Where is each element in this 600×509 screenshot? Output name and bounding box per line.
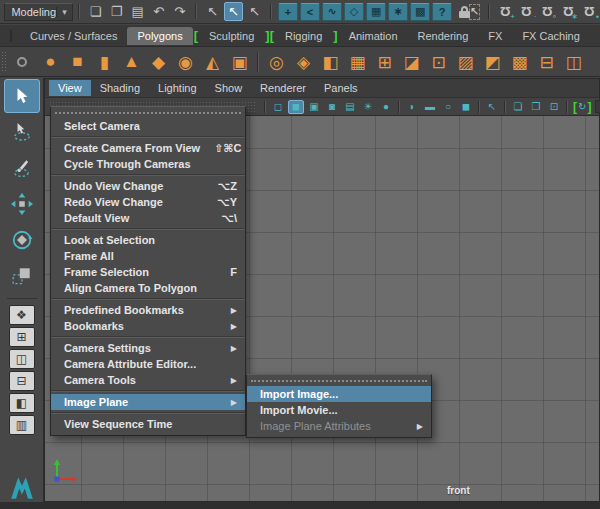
panel-menu-show[interactable]: Show <box>206 80 252 96</box>
tab-fx[interactable]: FX <box>478 27 512 45</box>
menu-item-camera-attribute-editor[interactable]: Camera Attribute Editor... ▶ <box>51 356 245 372</box>
move-tool-status-icon[interactable]: + <box>278 3 298 21</box>
extrude-icon[interactable]: ◩ <box>479 50 506 74</box>
lock-icon[interactable] <box>459 6 460 18</box>
menu-item-default-view[interactable]: Default View ⌥\ ▶ <box>51 210 245 226</box>
symmetry-icon[interactable]: ◇ <box>344 3 364 21</box>
tab-curves-surfaces[interactable]: Curves / Surfaces <box>20 27 127 45</box>
snap-to-grid-icon[interactable]: Ω + <box>496 3 515 21</box>
shelf-grip[interactable] <box>1 51 8 73</box>
select-by-hierarchy-icon[interactable]: ↖ <box>203 2 222 21</box>
menu-item-undo-view-change[interactable]: Undo View Change ⌥Z ▶ <box>51 178 245 194</box>
polygon-plane-icon[interactable]: ◆ <box>145 50 172 74</box>
menu-item-image-plane[interactable]: Image Plane ▶ <box>51 394 245 410</box>
menu-item-align-camera-to-polygon[interactable]: Align Camera To Polygon ▶ <box>51 280 245 296</box>
menu-tearoff-handle[interactable] <box>251 380 427 382</box>
polygon-cone-icon[interactable]: ▲ <box>118 50 145 74</box>
menu-item-look-at-selection[interactable]: Look at Selection ▶ <box>51 232 245 248</box>
tab-rendering[interactable]: Rendering <box>408 27 479 45</box>
menu-separator[interactable]: ▶ <box>51 136 245 138</box>
wireframe-mode-icon[interactable]: ◻ <box>270 100 286 114</box>
backface-culling-icon[interactable]: ○ <box>440 100 456 114</box>
refresh-icon[interactable]: ↻ <box>578 101 586 112</box>
lighting-mode-icon[interactable]: ◙ <box>324 100 340 114</box>
select-by-object-icon[interactable]: ↖ <box>224 2 243 21</box>
shaded-mode-icon[interactable]: ◼ <box>288 100 304 114</box>
panel-cursor-icon[interactable]: ↖ <box>484 100 500 114</box>
menu-item-import-image[interactable]: Import Image... ▶ <box>247 386 431 402</box>
mirror-icon[interactable]: ◧ <box>317 50 344 74</box>
menu-item-cycle-through-cameras[interactable]: Cycle Through Cameras ▶ <box>51 156 245 172</box>
snap-to-curve-icon[interactable]: Ω ∙ <box>517 3 536 21</box>
polygon-cylinder-icon[interactable]: ▮ <box>91 50 118 74</box>
menu-item-view-sequence-time[interactable]: View Sequence Time ▶ <box>51 416 245 432</box>
menu-item-create-camera-from-view[interactable]: Create Camera From View ⇧⌘C ▶ <box>51 140 245 156</box>
menu-item-select-camera[interactable]: Select Camera ▶ <box>51 118 245 134</box>
tab-rigging[interactable]: Rigging <box>275 27 332 45</box>
bridge-icon[interactable]: ▩ <box>506 50 533 74</box>
snap-to-view-plane-icon[interactable]: Ω ▪ <box>580 3 599 21</box>
snap-to-point-icon[interactable]: Ω ∘ <box>538 3 557 21</box>
menu-separator[interactable]: ▶ <box>51 412 245 414</box>
multi-cut-icon[interactable]: ⊡ <box>425 50 452 74</box>
help-icon[interactable]: ? <box>432 3 452 21</box>
default-lighting-icon[interactable]: ☀ <box>360 100 376 114</box>
bracket[interactable]: ][ <box>264 25 275 46</box>
shelf-menu-icon[interactable] <box>10 30 12 42</box>
paint-select-tool[interactable] <box>4 151 40 185</box>
combine-icon[interactable]: ◎ <box>263 50 290 74</box>
make-live-icon[interactable]: ∿ <box>322 3 342 21</box>
panel-layout-c-icon[interactable]: ⊡ <box>546 100 562 114</box>
shelf-options-icon[interactable] <box>17 57 27 67</box>
toolbar-separator[interactable] <box>504 101 506 113</box>
menu-item-redo-view-change[interactable]: Redo View Change ⌥Y ▶ <box>51 194 245 210</box>
smooth-icon[interactable]: ▦ <box>344 50 371 74</box>
snap-to-projected-center-icon[interactable]: Ω ∗ <box>559 3 578 21</box>
subdivide-icon[interactable]: ⊞ <box>371 50 398 74</box>
menu-item-frame-selection[interactable]: Frame Selection F ▶ <box>51 264 245 280</box>
tab-fx-caching[interactable]: FX Caching <box>512 27 589 45</box>
polygon-sphere-icon[interactable]: ● <box>37 50 64 74</box>
tab-animation[interactable]: Animation <box>339 27 408 45</box>
menu-item-bookmarks[interactable]: Bookmarks ▶ <box>51 318 245 334</box>
highlight-selection-icon[interactable]: ↖ <box>469 4 480 20</box>
menu-item-predefined-bookmarks[interactable]: Predefined Bookmarks ▶ <box>51 302 245 318</box>
shelf-separator[interactable] <box>257 52 259 72</box>
edge-flow-icon[interactable]: ⊟ <box>533 50 560 74</box>
undo-icon[interactable]: ↶ <box>149 2 168 21</box>
tab-sculpting[interactable]: Sculpting <box>199 27 264 45</box>
menu-tearoff-handle[interactable] <box>55 112 241 114</box>
polygon-cube-icon[interactable]: ■ <box>64 50 91 74</box>
lasso-tool[interactable] <box>4 115 40 149</box>
bevel-icon[interactable]: ▨ <box>452 50 479 74</box>
panel-menu-shading[interactable]: Shading <box>91 80 149 96</box>
frame-rate-field[interactable]: 0.00 <box>595 100 600 113</box>
panel-menu-renderer[interactable]: Renderer <box>251 80 315 96</box>
panel-layout-b-icon[interactable]: ❐ <box>528 100 544 114</box>
select-by-component-icon[interactable]: ↖ <box>245 2 264 21</box>
scale-tool[interactable] <box>4 259 40 293</box>
menu-item-image-plane-attributes[interactable]: Image Plane Attributes ▶ <box>247 418 431 434</box>
menu-item-camera-settings[interactable]: Camera Settings ▶ <box>51 340 245 356</box>
insert-edge-loop-icon[interactable]: ◫ <box>560 50 587 74</box>
move-tool[interactable] <box>4 187 40 221</box>
toolbar-separator[interactable] <box>566 101 568 113</box>
rotate-tool[interactable] <box>4 223 40 257</box>
render-settings-icon[interactable]: ▩ <box>410 3 430 21</box>
menu-separator[interactable]: ▶ <box>51 298 245 300</box>
toolbar-separator[interactable] <box>478 101 480 113</box>
panel-menu-lighting[interactable]: Lighting <box>149 80 206 96</box>
toolbar-separator[interactable] <box>398 101 400 113</box>
panel-layout-a-icon[interactable]: ❏ <box>510 100 526 114</box>
render-view-icon[interactable]: ▦ <box>366 3 386 21</box>
menu-separator[interactable]: ▶ <box>51 390 245 392</box>
menu-separator[interactable]: ▶ <box>51 174 245 176</box>
menu-item-frame-all[interactable]: Frame All ▶ <box>51 248 245 264</box>
toolbar-separator[interactable] <box>264 101 266 113</box>
menu-separator[interactable]: ▶ <box>51 228 245 230</box>
xray-icon[interactable]: ▬ <box>422 100 438 114</box>
layout-four-pane-button[interactable]: ⊞ <box>9 327 35 347</box>
layout-outliner-persp-button[interactable]: ◫ <box>9 349 35 369</box>
shadows-icon[interactable]: ● <box>378 100 394 114</box>
status-separator[interactable] <box>270 4 272 19</box>
